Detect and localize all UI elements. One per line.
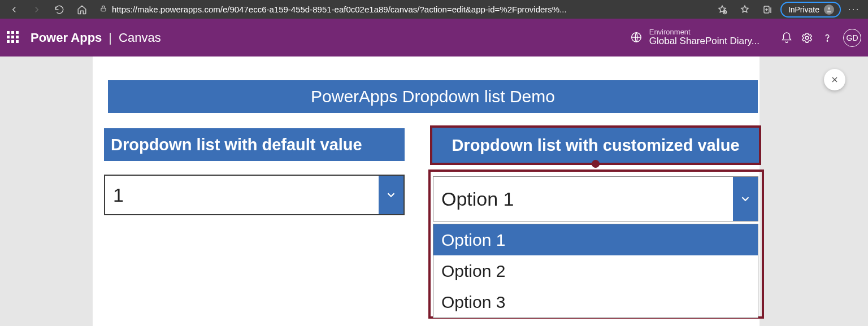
dropdown-option[interactable]: Option 1 — [433, 224, 758, 255]
svg-rect-0 — [101, 8, 106, 11]
more-button[interactable]: ··· — [844, 3, 863, 15]
environment-name: Global SharePoint Diary... — [649, 36, 760, 47]
app-canvas: PowerApps Dropdown list Demo Dropdown li… — [93, 56, 760, 326]
environment-picker[interactable]: Environment Global SharePoint Diary... — [630, 28, 760, 47]
canvas-background: PowerApps Dropdown list Demo Dropdown li… — [0, 56, 868, 326]
dropdown-option[interactable]: Option 2 — [433, 255, 758, 286]
resize-handle-bottom[interactable] — [592, 160, 600, 168]
globe-icon — [630, 31, 643, 44]
settings-button[interactable] — [797, 32, 817, 44]
profile-icon — [824, 5, 834, 15]
app-name[interactable]: Power Apps — [31, 31, 102, 45]
favorites-icon[interactable] — [735, 2, 754, 18]
dropdown-customized[interactable]: Option 1 — [433, 176, 758, 221]
help-button[interactable] — [817, 32, 837, 44]
chevron-down-icon — [733, 177, 758, 221]
browser-chrome: https://make.powerapps.com/e/9047ecc6-a1… — [0, 0, 868, 19]
environment-label: Environment — [649, 28, 760, 36]
section-label-default: Dropdown list with default value — [104, 128, 405, 161]
inprivate-label: InPrivate — [788, 5, 819, 14]
svg-point-3 — [828, 7, 830, 10]
notifications-button[interactable] — [776, 32, 797, 44]
breadcrumb-canvas[interactable]: Canvas — [119, 31, 161, 45]
dropdown-default-value: 1 — [105, 176, 379, 214]
forward-button[interactable] — [27, 2, 46, 18]
selected-control-outline[interactable]: Dropdown list with customized value — [430, 125, 761, 165]
address-bar[interactable]: https://make.powerapps.com/e/9047ecc6-a1… — [95, 2, 709, 17]
dropdown-option[interactable]: Option 3 — [433, 286, 758, 318]
dropdown-options-list: Option 1 Option 2 Option 3 — [433, 224, 758, 318]
collections-icon[interactable] — [758, 2, 777, 18]
powerapps-header: Power Apps | Canvas Environment Global S… — [0, 19, 868, 56]
user-avatar[interactable]: GD — [843, 29, 861, 47]
dropdown-customized-value: Option 1 — [433, 177, 733, 221]
breadcrumb: Power Apps | Canvas — [31, 31, 161, 45]
refresh-button[interactable] — [50, 2, 69, 18]
dropdown-default[interactable]: 1 — [104, 175, 405, 215]
home-button[interactable] — [72, 2, 92, 18]
waffle-icon[interactable] — [7, 31, 20, 45]
inprivate-badge[interactable]: InPrivate — [780, 2, 841, 18]
breadcrumb-separator: | — [108, 31, 112, 45]
back-button[interactable] — [5, 2, 24, 18]
svg-point-5 — [805, 36, 809, 40]
close-panel-button[interactable] — [824, 69, 845, 90]
chevron-down-icon — [379, 176, 403, 214]
reading-add-icon[interactable] — [713, 2, 732, 18]
section-label-customized: Dropdown list with customized value — [432, 128, 759, 163]
demo-title-label: PowerApps Dropdown list Demo — [108, 80, 758, 113]
url-text: https://make.powerapps.com/e/9047ecc6-a1… — [112, 5, 567, 14]
annotation-box: Option 1 Option 1 Option 2 Option 3 — [428, 169, 764, 319]
lock-icon — [99, 5, 107, 14]
svg-point-6 — [827, 40, 827, 41]
